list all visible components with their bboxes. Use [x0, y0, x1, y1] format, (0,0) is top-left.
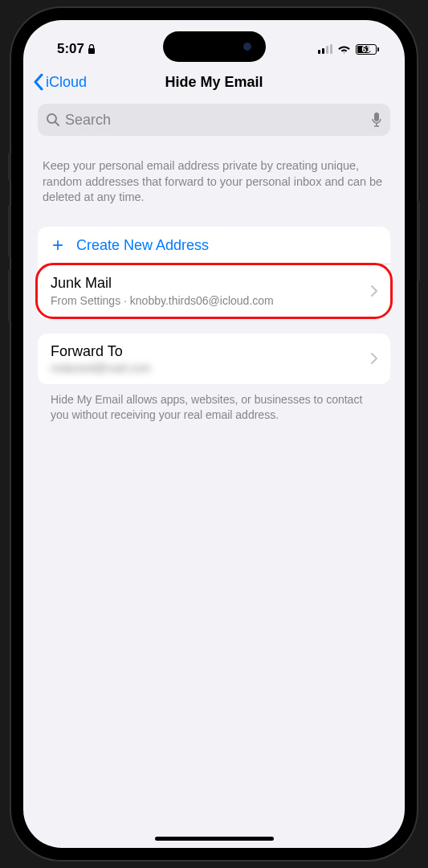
svg-rect-3	[374, 113, 379, 121]
chevron-right-icon	[371, 285, 377, 297]
create-address-button[interactable]: + Create New Address	[38, 227, 390, 264]
address-list: + Create New Address Junk Mail From Sett…	[38, 227, 390, 319]
chevron-left-icon	[33, 73, 44, 91]
phone-frame: 5:07 61	[11, 8, 417, 860]
battery-percent: 61	[361, 45, 370, 54]
description-text: Keep your personal email address private…	[38, 158, 390, 206]
back-label: iCloud	[46, 74, 87, 91]
search-input[interactable]	[65, 112, 366, 129]
search-bar[interactable]	[38, 104, 390, 136]
nav-bar: iCloud Hide My Email	[23, 63, 405, 100]
svg-line-2	[55, 122, 59, 125]
home-indicator[interactable]	[155, 837, 274, 841]
forward-to-button[interactable]: Forward To redacted@mail.com	[38, 334, 390, 384]
status-time: 5:07	[57, 41, 84, 57]
page-title: Hide My Email	[165, 74, 263, 91]
lock-icon	[88, 44, 96, 55]
address-title: Junk Mail	[51, 275, 112, 292]
address-subtitle: From Settings · knobby.thirds06@icloud.c…	[51, 294, 274, 307]
screen: 5:07 61	[23, 20, 405, 848]
back-button[interactable]: iCloud	[33, 73, 87, 91]
footer-text: Hide My Email allows apps, websites, or …	[38, 392, 390, 423]
search-icon	[46, 113, 60, 127]
forward-label: Forward To	[51, 343, 377, 360]
svg-rect-0	[88, 48, 95, 54]
forward-email-redacted: redacted@mail.com	[51, 362, 377, 375]
chevron-right-icon	[371, 353, 377, 364]
microphone-icon[interactable]	[371, 112, 382, 128]
forward-section: Forward To redacted@mail.com	[38, 334, 390, 384]
create-address-label: Create New Address	[76, 237, 209, 254]
address-item-junk-mail[interactable]: Junk Mail From Settings · knobby.thirds0…	[35, 263, 393, 319]
plus-icon: +	[51, 238, 65, 252]
battery-icon: 61	[356, 44, 379, 55]
dynamic-island	[163, 31, 266, 62]
wifi-icon	[337, 44, 351, 55]
signal-icon	[318, 44, 332, 54]
